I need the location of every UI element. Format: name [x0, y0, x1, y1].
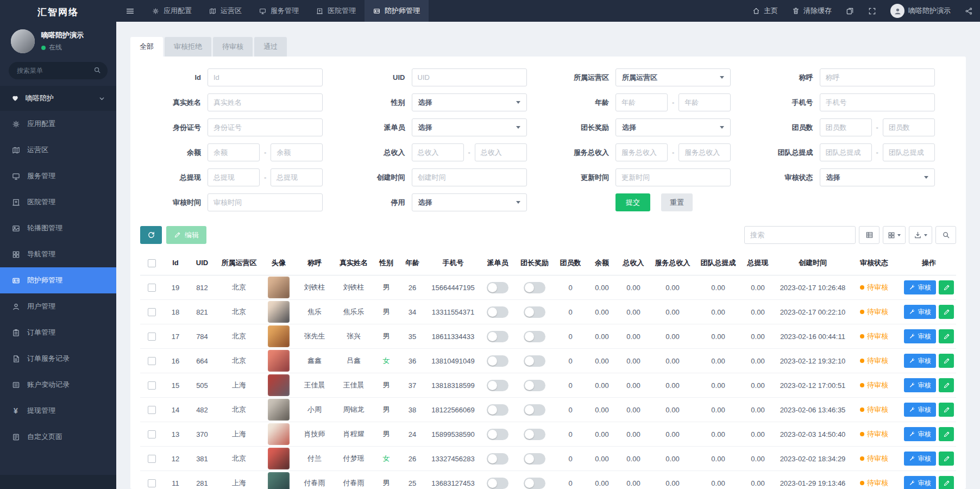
filter-gender-select[interactable]: 选择 [412, 93, 527, 111]
topbar-tab-regions[interactable]: 运营区 [200, 0, 250, 22]
escort-photo[interactable] [268, 423, 290, 445]
filter-members-max-input[interactable] [883, 118, 935, 136]
filter-service-income-max-input[interactable] [679, 143, 731, 161]
escort-photo[interactable] [268, 301, 290, 323]
filter-nick-input[interactable] [820, 68, 935, 86]
filter-withdraw-min-input[interactable] [208, 168, 260, 186]
sidebar-item-hospitals[interactable]: 医院管理 [0, 189, 116, 215]
filter-balance-max-input[interactable] [271, 143, 323, 161]
sidebar-item-account-logs[interactable]: 账户变动记录 [0, 372, 116, 398]
dispatcher-toggle[interactable] [487, 355, 508, 367]
leader-reward-toggle[interactable] [524, 429, 545, 440]
topbar-tab-escorts[interactable]: 陪护师管理 [365, 0, 429, 22]
row-checkbox[interactable] [148, 333, 156, 341]
edit-button[interactable]: 编辑 [166, 226, 206, 244]
row-checkbox[interactable] [148, 430, 156, 438]
sidebar-item-escorts[interactable]: 陪护师管理 [0, 267, 116, 293]
filter-withdraw-max-input[interactable] [271, 168, 323, 186]
dispatcher-toggle[interactable] [487, 404, 508, 416]
reset-button[interactable]: 重置 [661, 193, 693, 211]
submit-button[interactable]: 提交 [615, 193, 650, 211]
columns-button[interactable] [883, 226, 906, 244]
topbar-tab-hospitals[interactable]: 医院管理 [307, 0, 365, 22]
row-checkbox[interactable] [148, 406, 156, 414]
audit-button[interactable]: 审核 [904, 452, 936, 466]
select-all-checkbox[interactable] [148, 259, 156, 267]
sidebar-group-dida[interactable]: 嘀嗒陪护 [0, 86, 116, 111]
table-search-input[interactable] [744, 226, 856, 244]
table-wrapper[interactable]: IdUID所属运营区头像称呼真实姓名性别年龄手机号派单员团长奖励团员数余额总收入… [140, 250, 956, 489]
leader-reward-toggle[interactable] [524, 306, 545, 318]
filter-income-max-input[interactable] [475, 143, 527, 161]
audit-button[interactable]: 审核 [904, 305, 936, 319]
sidebar-item-users[interactable]: 用户管理 [0, 293, 116, 319]
leader-reward-toggle[interactable] [524, 453, 545, 465]
filter-service-income-min-input[interactable] [615, 143, 668, 161]
row-edit-button[interactable] [939, 427, 954, 441]
filter-age-min-input[interactable] [615, 93, 668, 111]
audit-button[interactable]: 审核 [904, 329, 936, 343]
sidebar-item-custom-pages[interactable]: 自定义页面 [0, 424, 116, 450]
hamburger-menu-icon[interactable] [116, 0, 143, 22]
status-tab-pending[interactable]: 待审核 [213, 37, 253, 57]
audit-button[interactable]: 审核 [904, 427, 936, 441]
export-button[interactable] [909, 226, 932, 244]
audit-button[interactable]: 审核 [904, 476, 936, 489]
filter-updated-input[interactable] [615, 168, 731, 186]
filter-leader-reward-select[interactable]: 选择 [615, 118, 731, 136]
audit-button[interactable]: 审核 [904, 403, 936, 417]
filter-team-commission-max-input[interactable] [883, 143, 935, 161]
dispatcher-toggle[interactable] [487, 453, 508, 465]
escort-photo[interactable] [268, 374, 290, 396]
topbar-tab-services[interactable]: 服务管理 [250, 0, 307, 22]
escort-photo[interactable] [268, 472, 290, 489]
filter-audit-status-select[interactable]: 选择 [820, 168, 935, 186]
row-checkbox[interactable] [148, 308, 156, 316]
share-button[interactable] [958, 0, 980, 22]
filter-age-max-input[interactable] [679, 93, 731, 111]
filter-id-input[interactable] [208, 68, 323, 86]
detail-view-button[interactable] [859, 226, 880, 244]
row-edit-button[interactable] [939, 354, 954, 368]
row-edit-button[interactable] [939, 329, 954, 343]
topbar-tab-app-config[interactable]: 应用配置 [143, 0, 200, 22]
dispatcher-toggle[interactable] [487, 331, 508, 342]
row-checkbox[interactable] [148, 455, 156, 463]
audit-button[interactable]: 审核 [904, 378, 936, 392]
leader-reward-toggle[interactable] [524, 380, 545, 391]
escort-photo[interactable] [268, 350, 290, 372]
escort-photo[interactable] [268, 448, 290, 469]
row-edit-button[interactable] [939, 452, 954, 466]
refresh-tabs-button[interactable] [839, 0, 861, 22]
filter-idcard-input[interactable] [208, 118, 323, 136]
leader-reward-toggle[interactable] [524, 404, 545, 416]
row-checkbox[interactable] [148, 284, 156, 292]
status-tab-all[interactable]: 全部 [130, 37, 163, 57]
sidebar-item-banners[interactable]: 轮播图管理 [0, 215, 116, 241]
profile-avatar[interactable] [11, 29, 35, 53]
filter-disabled-select[interactable]: 选择 [412, 193, 527, 211]
sidebar-item-services[interactable]: 服务管理 [0, 163, 116, 189]
filter-income-min-input[interactable] [412, 143, 464, 161]
dispatcher-toggle[interactable] [487, 306, 508, 318]
dispatcher-toggle[interactable] [487, 478, 508, 489]
audit-button[interactable]: 审核 [904, 354, 936, 368]
home-link[interactable]: 主页 [745, 0, 785, 22]
filter-team-commission-min-input[interactable] [820, 143, 872, 161]
row-checkbox[interactable] [148, 479, 156, 487]
sidebar-item-navigation[interactable]: 导航管理 [0, 241, 116, 267]
filter-members-min-input[interactable] [820, 118, 872, 136]
audit-button[interactable]: 审核 [904, 280, 936, 294]
refresh-button[interactable] [140, 226, 162, 244]
leader-reward-toggle[interactable] [524, 331, 545, 342]
sidebar-item-app-config[interactable]: 应用配置 [0, 111, 116, 137]
row-checkbox[interactable] [148, 381, 156, 390]
topbar-user-menu[interactable]: 嘀嗒陪护演示 [883, 0, 958, 22]
escort-photo[interactable] [268, 325, 290, 347]
fullscreen-button[interactable] [861, 0, 883, 22]
escort-photo[interactable] [268, 277, 290, 298]
dispatcher-toggle[interactable] [487, 429, 508, 440]
filter-audit-time-input[interactable] [208, 193, 323, 211]
row-checkbox[interactable] [148, 357, 156, 365]
filter-uid-input[interactable] [412, 68, 527, 86]
